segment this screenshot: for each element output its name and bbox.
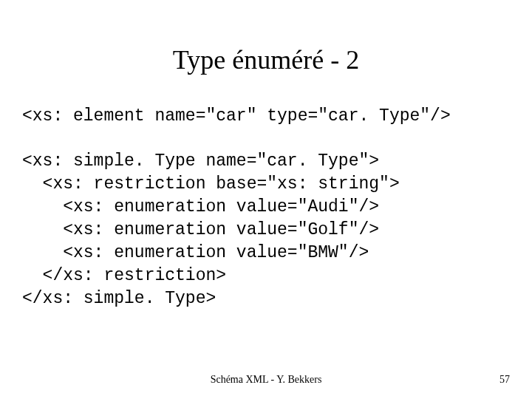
code-line: <xs: enumeration value="Audi"/> [22,197,379,216]
code-line: <xs: simple. Type name="car. Type"> [22,151,379,171]
code-line: <xs: element name="car" type="car. Type"… [22,106,451,126]
code-line: <xs: enumeration value="Golf"/> [22,220,379,239]
code-line: </xs: restriction> [22,266,226,285]
code-block-2: <xs: simple. Type name="car. Type"> <xs:… [22,150,510,310]
footer-text: Schéma XML - Y. Bekkers [0,374,532,386]
code-line: <xs: enumeration value="BMW"/> [22,243,369,262]
code-line: </xs: simple. Type> [22,289,216,308]
slide: Type énuméré - 2 <xs: element name="car"… [0,0,532,399]
slide-title: Type énuméré - 2 [22,44,510,75]
code-line: <xs: restriction base="xs: string"> [22,174,400,194]
block-gap [22,128,510,150]
code-block-1: <xs: element name="car" type="car. Type"… [22,105,510,128]
page-number: 57 [499,374,510,386]
